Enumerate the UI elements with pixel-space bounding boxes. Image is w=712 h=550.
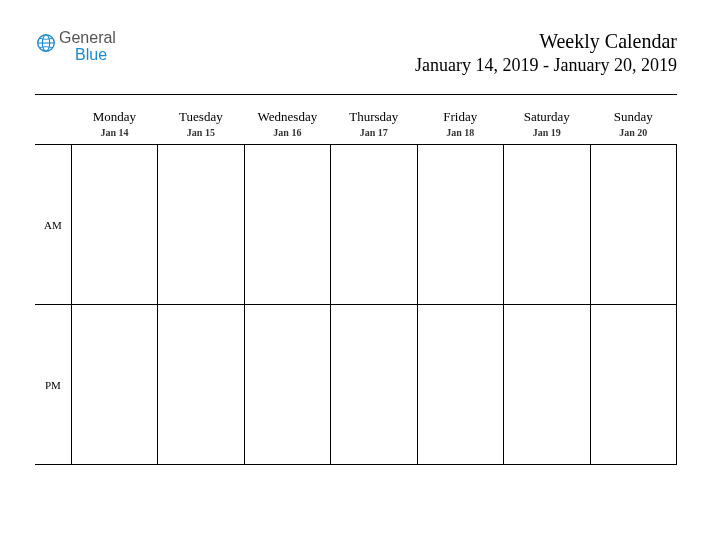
- page-title: Weekly Calendar: [415, 30, 677, 53]
- calendar-cell: [504, 305, 590, 465]
- logo: General Blue: [35, 30, 116, 64]
- day-date: Jan 20: [590, 127, 677, 145]
- calendar-cell: [331, 305, 417, 465]
- calendar-cell: [331, 145, 417, 305]
- day-header: Tuesday: [158, 105, 244, 127]
- calendar-cell: [71, 145, 157, 305]
- day-header: Thursday: [331, 105, 417, 127]
- spacer: [35, 127, 71, 145]
- logo-text: General Blue: [59, 30, 116, 64]
- am-row: AM: [35, 145, 677, 305]
- calendar-cell: [504, 145, 590, 305]
- day-header: Monday: [71, 105, 157, 127]
- calendar-cell: [590, 305, 677, 465]
- calendar-cell: [417, 305, 503, 465]
- day-header: Saturday: [504, 105, 590, 127]
- globe-icon: [35, 32, 57, 54]
- day-date: Jan 14: [71, 127, 157, 145]
- day-name-row: Monday Tuesday Wednesday Thursday Friday…: [35, 105, 677, 127]
- am-label: AM: [35, 145, 71, 305]
- day-date-row: Jan 14 Jan 15 Jan 16 Jan 17 Jan 18 Jan 1…: [35, 127, 677, 145]
- day-header: Friday: [417, 105, 503, 127]
- calendar-cell: [590, 145, 677, 305]
- calendar-cell: [158, 145, 244, 305]
- logo-line2: Blue: [75, 47, 116, 64]
- weekly-calendar: Monday Tuesday Wednesday Thursday Friday…: [35, 105, 677, 465]
- date-range: January 14, 2019 - January 20, 2019: [415, 55, 677, 76]
- day-date: Jan 18: [417, 127, 503, 145]
- calendar-cell: [244, 305, 330, 465]
- calendar-cell: [244, 145, 330, 305]
- day-header: Wednesday: [244, 105, 330, 127]
- title-block: Weekly Calendar January 14, 2019 - Janua…: [415, 30, 677, 76]
- day-date: Jan 16: [244, 127, 330, 145]
- pm-label: PM: [35, 305, 71, 465]
- calendar-cell: [158, 305, 244, 465]
- day-date: Jan 15: [158, 127, 244, 145]
- day-header: Sunday: [590, 105, 677, 127]
- day-date: Jan 19: [504, 127, 590, 145]
- logo-line1: General: [59, 30, 116, 47]
- header-divider: [35, 94, 677, 95]
- calendar-cell: [417, 145, 503, 305]
- document-header: General Blue Weekly Calendar January 14,…: [35, 30, 677, 76]
- pm-row: PM: [35, 305, 677, 465]
- calendar-cell: [71, 305, 157, 465]
- spacer: [35, 105, 71, 127]
- day-date: Jan 17: [331, 127, 417, 145]
